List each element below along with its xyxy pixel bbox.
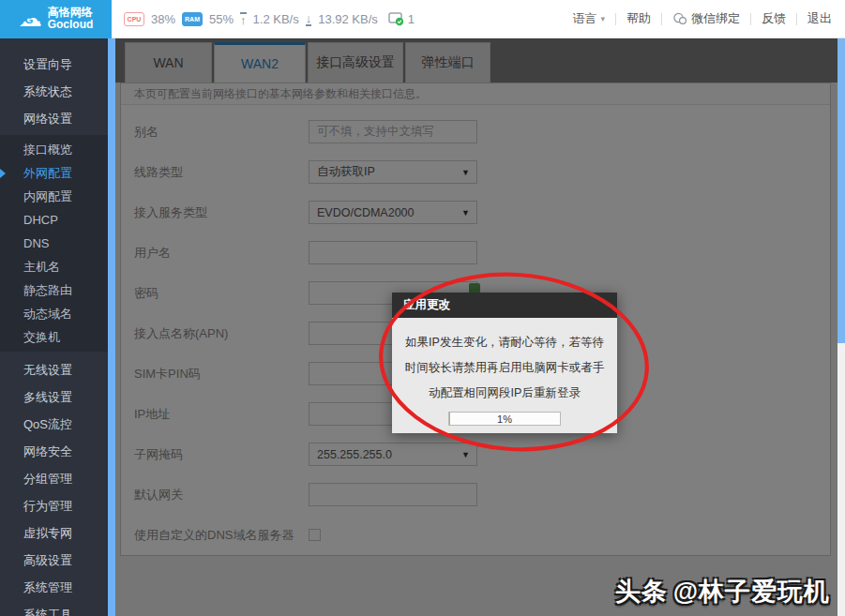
apply-changes-dialog: 应用更改 如果IP发生变化，请耐心等待，若等待时间较长请禁用再启用电脑网卡或者手… — [392, 293, 617, 433]
sidebar-subitem-静态路由[interactable]: 静态路由 — [0, 278, 108, 302]
sidebar-subitem-DNS[interactable]: DNS — [0, 232, 108, 255]
sidebar-item-系统状态[interactable]: 系统状态 — [0, 78, 108, 105]
sidebar-item-行为管理[interactable]: 行为管理 — [0, 492, 108, 519]
message-icon[interactable] — [388, 12, 404, 26]
sidebar-item-系统管理[interactable]: 系统管理 — [0, 574, 108, 601]
divider — [661, 13, 662, 25]
chevron-down-icon: ▾ — [600, 14, 605, 23]
dialog-title: 应用更改 — [392, 293, 617, 318]
menu-language[interactable]: 语言 ▾ — [572, 10, 605, 27]
sidebar-scrollbar[interactable] — [108, 38, 115, 616]
download-arrow-icon: ↓ — [306, 12, 312, 26]
brand-logo[interactable]: ☁G 高恪网络 Gocloud — [0, 0, 112, 38]
sidebar-submenu-network: 接口概览外网配置内网配置DHCPDNS主机名静态路由动态域名交换机 — [0, 135, 108, 352]
sidebar-item-分组管理[interactable]: 分组管理 — [0, 465, 108, 492]
watermark-handle: @林子爱玩机 — [673, 578, 830, 606]
sidebar-item-多线设置[interactable]: 多线设置 — [0, 383, 108, 411]
cloud-logo-icon: ☁G — [19, 7, 42, 30]
wechat-icon — [672, 12, 687, 25]
sidebar-item-QoS流控[interactable]: QoS流控 — [0, 411, 108, 438]
menu-wechat-bind[interactable]: 微信绑定 — [672, 10, 740, 27]
divider — [796, 13, 797, 25]
cpu-icon: CPU — [124, 12, 144, 26]
download-speed-value: 13.92 KB/s — [318, 12, 378, 26]
main-scrollbar-track[interactable] — [837, 38, 845, 616]
top-header: ☁G 高恪网络 Gocloud CPU 38% RAM 55% ↑ 1.2 KB… — [0, 0, 845, 38]
sidebar-subitem-主机名[interactable]: 主机名 — [0, 255, 108, 278]
sidebar-item-网络设置[interactable]: 网络设置 — [0, 105, 108, 132]
router-admin-app: ☁G 高恪网络 Gocloud CPU 38% RAM 55% ↑ 1.2 KB… — [0, 0, 845, 616]
sidebar-item-虚拟专网[interactable]: 虚拟专网 — [0, 519, 108, 547]
watermark: 头条@林子爱玩机 — [615, 575, 830, 608]
header-menu: 语言 ▾ 帮助 微信绑定 反馈 退出 — [572, 10, 845, 27]
upload-speed-value: 1.2 KB/s — [253, 12, 299, 26]
dialog-body: 如果IP发生变化，请耐心等待，若等待时间较长请禁用再启用电脑网卡或者手动配置相同… — [392, 318, 617, 433]
watermark-badge: 头条 — [615, 578, 668, 606]
sidebar-item-设置向导[interactable]: 设置向导 — [0, 51, 108, 78]
cpu-usage-value: 38% — [151, 12, 175, 26]
sidebar-subitem-交换机[interactable]: 交换机 — [0, 325, 108, 349]
menu-help[interactable]: 帮助 — [626, 10, 651, 27]
main-scrollbar-thumb[interactable] — [837, 38, 845, 343]
menu-feedback[interactable]: 反馈 — [762, 10, 786, 27]
upload-arrow-icon: ↑ — [240, 12, 247, 26]
divider — [615, 13, 616, 25]
progress-bar: 1% — [448, 412, 561, 426]
sidebar-item-网络安全[interactable]: 网络安全 — [0, 438, 108, 465]
system-status-bar: CPU 38% RAM 55% ↑ 1.2 KB/s ↓ 13.92 KB/s … — [112, 12, 415, 26]
brand-name-en: Gocloud — [48, 19, 94, 31]
message-count[interactable]: 1 — [408, 12, 415, 26]
ram-usage-value: 55% — [209, 12, 234, 26]
sidebar-nav: 设置向导系统状态网络设置 接口概览外网配置内网配置DHCPDNS主机名静态路由动… — [0, 38, 108, 616]
progress-value: 1% — [449, 413, 560, 426]
sidebar-subitem-外网配置[interactable]: 外网配置 — [0, 161, 108, 185]
sidebar-subitem-内网配置[interactable]: 内网配置 — [0, 185, 108, 208]
sidebar-item-系统工具[interactable]: 系统工具 — [0, 601, 108, 616]
sidebar-subitem-DHCP[interactable]: DHCP — [0, 208, 108, 232]
divider — [750, 13, 751, 25]
menu-logout[interactable]: 退出 — [807, 10, 832, 27]
sidebar-subitem-动态域名[interactable]: 动态域名 — [0, 302, 108, 325]
sidebar-item-高级设置[interactable]: 高级设置 — [0, 547, 108, 574]
sidebar-subitem-接口概览[interactable]: 接口概览 — [0, 138, 108, 161]
sidebar-item-无线设置[interactable]: 无线设置 — [0, 356, 108, 383]
ram-icon: RAM — [182, 12, 203, 26]
dialog-message: 如果IP发生变化，请耐心等待，若等待时间较长请禁用再启用电脑网卡或者手动配置相同… — [404, 330, 605, 406]
